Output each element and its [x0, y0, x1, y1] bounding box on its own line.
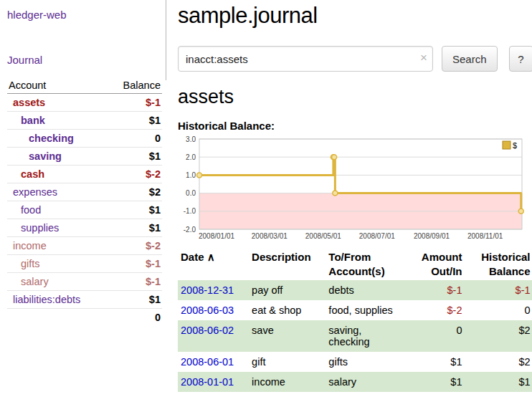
account-balance: $2 — [108, 183, 162, 201]
svg-text:-2.0: -2.0 — [184, 226, 196, 234]
clear-search-icon[interactable]: × — [420, 51, 427, 65]
transaction-balance: $2 — [465, 352, 532, 372]
register-header-row: Date ∧ Description To/From Account(s) Am… — [178, 248, 532, 280]
transaction-date-link[interactable]: 2008-12-31 — [181, 284, 234, 296]
main-content: sample.journal × Search ? assets Histori… — [166, 0, 532, 417]
transaction-description: eat & shop — [249, 300, 326, 320]
account-balance: $1 — [108, 112, 162, 130]
transaction-balance: $2 — [465, 320, 532, 352]
transaction-balance: $1 — [465, 372, 532, 392]
account-link-income[interactable]: income — [13, 240, 47, 251]
register-row: 2008-06-01 gift gifts $1 $2 — [178, 352, 532, 372]
search-button[interactable]: Search — [442, 46, 498, 72]
transaction-amount: $1 — [407, 372, 465, 392]
transaction-description: save — [249, 320, 326, 352]
account-link-liabilities-debts[interactable]: liabilities:debts — [13, 294, 80, 305]
account-row: assets $-1 — [7, 94, 162, 112]
register-header-balance: Historical Balance — [465, 248, 532, 280]
account-link-checking[interactable]: checking — [29, 133, 74, 144]
account-balance: $1 — [108, 201, 162, 219]
transaction-balance: 0 — [465, 300, 532, 320]
sidebar-item-journal[interactable]: Journal — [7, 54, 162, 66]
account-balance: $-1 — [108, 94, 162, 112]
account-link-saving[interactable]: saving — [29, 150, 62, 162]
chart-title: Historical Balance: — [178, 120, 532, 132]
search-form: × Search ? — [178, 46, 532, 72]
amount-header-line1: Amount — [422, 251, 462, 263]
transaction-date-link[interactable]: 2008-01-01 — [181, 376, 234, 388]
transaction-date-link[interactable]: 2008-06-01 — [181, 356, 234, 368]
transaction-date-link[interactable]: 2008-06-02 — [181, 325, 234, 336]
date-header-label: Date — [181, 251, 204, 263]
account-link-food[interactable]: food — [21, 204, 41, 216]
account-link-expenses[interactable]: expenses — [13, 186, 57, 198]
account-row: cash $-2 — [7, 166, 162, 183]
transaction-accounts: debts — [326, 280, 406, 300]
account-row: salary $-1 — [7, 273, 162, 291]
svg-text:0.0: 0.0 — [186, 189, 196, 197]
accounts-total-balance: 0 — [108, 309, 162, 327]
account-link-gifts[interactable]: gifts — [21, 258, 40, 269]
svg-text:2008/09/01: 2008/09/01 — [414, 232, 450, 240]
historical-balance-chart: 3.02.01.00.0-1.0-2.02008/01/012008/03/01… — [178, 135, 526, 242]
transaction-accounts: saving, checking — [326, 320, 406, 352]
transaction-description: gift — [249, 352, 326, 372]
account-row: expenses $2 — [7, 183, 162, 201]
description-header-label: Description — [252, 251, 311, 263]
accounts-header-balance: Balance — [108, 77, 162, 94]
transaction-amount: 0 — [407, 320, 465, 352]
transaction-accounts: food, supplies — [326, 300, 406, 320]
account-row: food $1 — [7, 201, 162, 219]
account-balance: $-1 — [108, 255, 162, 273]
accounts-header-row: Account Balance — [7, 77, 162, 94]
account-link-supplies[interactable]: supplies — [21, 222, 59, 234]
transaction-date-link[interactable]: 2008-06-03 — [181, 305, 234, 316]
register-row: 2008-01-01 income salary $1 $1 — [178, 372, 532, 392]
register-header-description: Description — [249, 248, 326, 280]
account-balance: 0 — [108, 130, 162, 148]
account-link-bank[interactable]: bank — [21, 115, 45, 126]
register-header-date[interactable]: Date ∧ — [178, 248, 249, 280]
account-row: gifts $-1 — [7, 255, 162, 273]
svg-text:2008/03/01: 2008/03/01 — [252, 232, 288, 240]
page-title: sample.journal — [178, 3, 532, 29]
accounts-header-line1: To/From — [328, 251, 371, 263]
transaction-amount: $1 — [407, 352, 465, 372]
account-balance: $-2 — [108, 166, 162, 183]
register-header-amount: Amount Out/In — [407, 248, 465, 280]
svg-text:2008/07/01: 2008/07/01 — [359, 232, 395, 240]
account-link-cash[interactable]: cash — [21, 168, 44, 180]
search-input[interactable] — [178, 46, 433, 72]
account-link-salary[interactable]: salary — [21, 276, 49, 287]
register-row: 2008-06-02 save saving, checking 0 $2 — [178, 320, 532, 352]
account-balance: $1 — [108, 219, 162, 237]
account-balance: $-2 — [108, 237, 162, 255]
svg-text:$: $ — [513, 141, 517, 150]
transaction-amount: $-1 — [407, 280, 465, 300]
account-link-assets[interactable]: assets — [13, 97, 45, 108]
account-balance: $-1 — [108, 273, 162, 291]
account-row: saving $1 — [7, 148, 162, 166]
account-balance: $1 — [108, 291, 162, 309]
account-heading: assets — [178, 86, 532, 108]
register-row: 2008-12-31 pay off debts $-1 $-1 — [178, 280, 532, 300]
hledger-web-app: hledger-web Journal Account Balance asse… — [0, 0, 532, 417]
amount-header-line2: Out/In — [431, 265, 462, 277]
transaction-description: pay off — [249, 280, 326, 300]
accounts-total-spacer — [7, 309, 108, 327]
register-row: 2008-06-03 eat & shop food, supplies $-2… — [178, 300, 532, 320]
accounts-balance-table: Account Balance assets $-1 bank $1 check… — [7, 77, 162, 326]
sort-ascending-icon: ∧ — [207, 251, 215, 263]
account-row: income $-2 — [7, 237, 162, 255]
search-input-wrap: × — [178, 46, 433, 72]
transaction-accounts: salary — [326, 372, 406, 392]
help-button[interactable]: ? — [509, 46, 532, 72]
svg-text:-1.0: -1.0 — [184, 207, 196, 215]
svg-text:1.0: 1.0 — [186, 171, 196, 179]
app-title-link[interactable]: hledger-web — [7, 9, 162, 21]
accounts-header-line2: Account(s) — [328, 265, 384, 277]
account-row: checking 0 — [7, 130, 162, 148]
register-header-accounts: To/From Account(s) — [326, 248, 406, 280]
svg-text:2008/05/01: 2008/05/01 — [305, 232, 341, 240]
account-row: bank $1 — [7, 112, 162, 130]
